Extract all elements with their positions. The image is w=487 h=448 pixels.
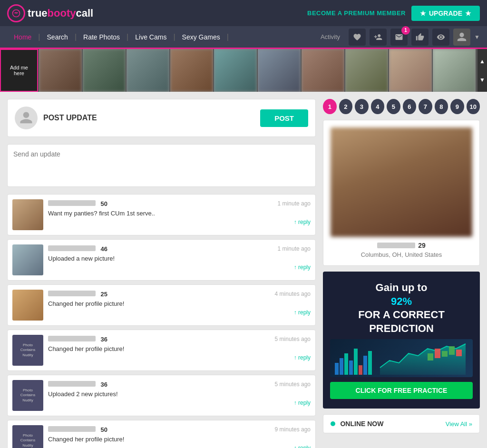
user-avatar-nav[interactable]: [453, 29, 470, 46]
page-7[interactable]: 7: [419, 99, 432, 114]
strip-photo-1[interactable]: [39, 49, 82, 92]
page-8[interactable]: 8: [435, 99, 448, 114]
photo-strip-inner: Add mehere: [0, 49, 487, 92]
online-now-label: ONLINE NOW: [340, 420, 383, 428]
strip-photo-8[interactable]: [345, 49, 388, 92]
feed-username-4: [48, 336, 96, 341]
ad-chart: [330, 339, 473, 377]
feed-age-5: 36: [100, 381, 107, 388]
view-all-link[interactable]: View All »: [446, 420, 472, 428]
feed-time-6: 9 minutes ago: [275, 426, 311, 433]
page-1[interactable]: 1: [323, 99, 337, 114]
profile-card: 29 Columbus, OH, United States: [323, 120, 480, 266]
nav-left: Home | Search | Rate Photos | Live Cams …: [7, 26, 229, 48]
feed-age-4: 36: [100, 336, 107, 343]
post-update-box: POST UPDATE POST: [7, 99, 316, 137]
update-textarea[interactable]: [13, 150, 310, 179]
nav-search[interactable]: Search: [40, 26, 75, 49]
strip-up-icon: ▲: [479, 58, 485, 65]
feed-content-3: 25 4 minutes ago Changed her profile pic…: [48, 290, 311, 321]
page-9[interactable]: 9: [450, 99, 464, 114]
feed-item-2: 46 1 minute ago Uploaded a new picture! …: [7, 239, 316, 281]
page-10[interactable]: 10: [467, 99, 480, 114]
dropdown-arrow-icon[interactable]: ▼: [474, 34, 480, 40]
feed-reply-area-4: ↑ reply: [48, 354, 311, 361]
update-input-box: [7, 144, 316, 187]
feed-text-3: Changed her profile picture!: [48, 300, 311, 307]
svg-rect-14: [456, 350, 462, 356]
svg-rect-5: [354, 349, 358, 375]
feed-text-6: Changed her profile picture!: [48, 436, 311, 443]
profile-photo[interactable]: [331, 127, 472, 237]
page-3[interactable]: 3: [355, 99, 369, 114]
nudity-label-6: PhotoContainsNudity: [20, 433, 36, 448]
feed-header-6: 50 9 minutes ago: [48, 425, 311, 434]
strip-scroll-arrows[interactable]: ▲ ▼: [477, 49, 487, 92]
strip-photo-10[interactable]: [433, 49, 476, 92]
nav-home[interactable]: Home: [7, 26, 38, 49]
svg-rect-2: [340, 358, 343, 375]
left-column: POST UPDATE POST 50: [7, 99, 316, 448]
feed-age-6: 50: [100, 426, 107, 433]
logo-text: truebootycall: [28, 7, 93, 19]
svg-rect-10: [428, 353, 433, 360]
nav-sexy-games[interactable]: Sexy Games: [175, 26, 227, 49]
strip-photo-3[interactable]: [127, 49, 169, 92]
feed-reply-6[interactable]: ↑ reply: [294, 445, 311, 448]
nav-bar: Home | Search | Rate Photos | Live Cams …: [0, 26, 487, 49]
nudity-label-5: PhotoContainsNudity: [20, 388, 36, 403]
strip-photo-7[interactable]: [302, 49, 344, 92]
feed-text-5: Uploaded 2 new pictures!: [48, 390, 311, 398]
feed-reply-5[interactable]: ↑ reply: [294, 399, 311, 406]
nav-live-cams[interactable]: Live Cams: [128, 26, 173, 49]
page-2[interactable]: 2: [339, 99, 353, 114]
strip-photo-6[interactable]: [258, 49, 301, 92]
feed-thumb-3: [12, 290, 43, 321]
feed-username-2: [48, 245, 96, 251]
feed-reply-2[interactable]: ↑ reply: [294, 264, 311, 271]
favorites-button[interactable]: [349, 29, 366, 46]
ad-cta-button[interactable]: CLICK FOR FREE PRACTICE: [330, 382, 473, 399]
page-4[interactable]: 4: [371, 99, 385, 114]
add-friend-button[interactable]: [370, 29, 387, 46]
ad-title: Gain up to 92% FOR A CORRECT PREDICTION: [330, 281, 473, 335]
feed-reply-4[interactable]: ↑ reply: [294, 354, 311, 361]
feed-thumb-nudity-5: PhotoContainsNudity: [12, 380, 43, 411]
pagination: 1 2 3 4 5 6 7 8 9 10: [323, 99, 480, 114]
feed-item-6: PhotoContainsNudity 50 9 minutes ago Cha…: [7, 420, 316, 448]
feed-time-4: 5 minutes ago: [275, 336, 311, 342]
strip-photo-4[interactable]: [170, 49, 213, 92]
messages-button[interactable]: 1: [390, 29, 408, 46]
profile-view-button[interactable]: [432, 29, 449, 46]
strip-photo-9[interactable]: [389, 49, 432, 92]
svg-rect-11: [435, 349, 440, 358]
feed-list: 50 1 minute ago Want my panties? first C…: [7, 194, 316, 448]
strip-photo-2[interactable]: [83, 49, 126, 92]
feed-reply-1[interactable]: ↑ reply: [294, 219, 311, 225]
feed-content-4: 36 5 minutes ago Changed her profile pic…: [48, 335, 311, 366]
photo-strip: Add mehere ▲ ▼: [0, 49, 487, 92]
feed-time-5: 5 minutes ago: [275, 381, 311, 388]
upgrade-button[interactable]: ★ UPGRADE ★: [411, 6, 480, 21]
feed-item-4: PhotoContainsNudity 36 5 minutes ago Cha…: [7, 330, 316, 371]
page-6[interactable]: 6: [403, 99, 417, 114]
feed-reply-3[interactable]: ↑ reply: [294, 309, 311, 316]
thumbsup-button[interactable]: [411, 29, 429, 46]
svg-rect-1: [335, 363, 339, 375]
feed-content-5: 36 5 minutes ago Uploaded 2 new pictures…: [48, 380, 311, 411]
strip-photo-5[interactable]: [214, 49, 257, 92]
feed-thumb-2: [12, 244, 43, 275]
page-5[interactable]: 5: [387, 99, 400, 114]
message-badge: 1: [401, 26, 410, 35]
feed-item-3: 25 4 minutes ago Changed her profile pic…: [7, 284, 316, 326]
right-column: 1 2 3 4 5 6 7 8 9 10 29 Columbus, OH, Un…: [323, 99, 480, 448]
nav-rate-photos[interactable]: Rate Photos: [77, 26, 127, 49]
post-button[interactable]: POST: [260, 109, 308, 127]
svg-rect-12: [442, 351, 448, 357]
feed-header-4: 36 5 minutes ago: [48, 335, 311, 343]
add-me-box[interactable]: Add mehere: [0, 49, 38, 92]
activity-label: Activity: [321, 33, 340, 40]
profile-username: [377, 243, 415, 248]
feed-thumb-1: [12, 199, 43, 230]
feed-thumb-nudity-6: PhotoContainsNudity: [12, 425, 43, 448]
